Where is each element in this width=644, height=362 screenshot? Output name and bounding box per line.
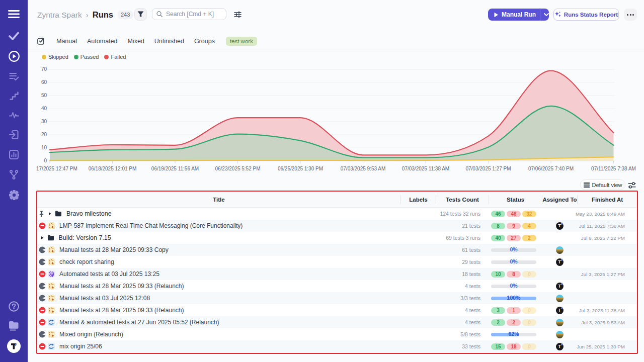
svg-text:07/03/2025 9:53 AM: 07/03/2025 9:53 AM <box>341 166 386 171</box>
svg-text:70: 70 <box>41 66 47 72</box>
svg-text:06/18/2025 12:01 PM: 06/18/2025 12:01 PM <box>89 166 137 171</box>
svg-text:07/03/2025 11:38 AM: 07/03/2025 11:38 AM <box>402 166 449 171</box>
svg-text:06/17/2025 12:47 PM: 06/17/2025 12:47 PM <box>36 166 77 171</box>
svg-text:0: 0 <box>44 158 47 163</box>
svg-text:40: 40 <box>41 106 47 111</box>
svg-text:06/19/2025 11:56 AM: 06/19/2025 11:56 AM <box>151 166 199 171</box>
svg-text:50: 50 <box>41 93 47 98</box>
svg-text:06/25/2025 1:30 PM: 06/25/2025 1:30 PM <box>278 166 323 171</box>
svg-text:06/23/2025 5:52 PM: 06/23/2025 5:52 PM <box>215 166 260 171</box>
svg-text:07/03/2025 1:27 PM: 07/03/2025 1:27 PM <box>465 166 511 171</box>
svg-text:07/11/2025 7:38 AM: 07/11/2025 7:38 AM <box>591 166 636 171</box>
svg-text:10: 10 <box>41 145 47 150</box>
svg-text:60: 60 <box>41 79 47 85</box>
svg-text:07/06/2025 7:40 PM: 07/06/2025 7:40 PM <box>528 166 574 171</box>
svg-text:20: 20 <box>41 132 47 137</box>
svg-text:30: 30 <box>41 119 47 124</box>
